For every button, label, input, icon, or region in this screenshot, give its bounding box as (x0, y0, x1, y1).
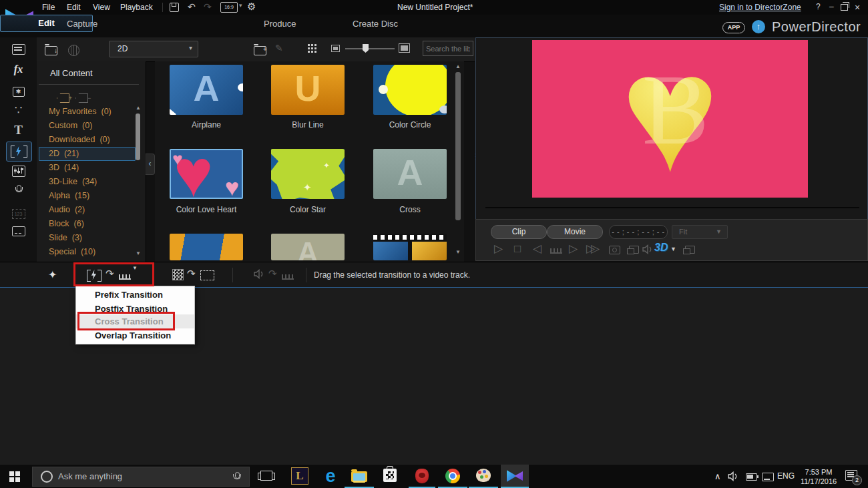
library-filter-dropdown[interactable]: 2D ▾ (109, 41, 198, 57)
magic-wand-icon[interactable]: ✦ (48, 268, 57, 281)
subtitle-room-icon[interactable] (0, 226, 37, 239)
tray-volume-icon[interactable] (728, 471, 740, 481)
collapse-panel-button[interactable]: ‹ (146, 154, 155, 175)
category-custom[interactable]: Custom (0) (49, 121, 92, 130)
small-thumbnail-icon[interactable] (331, 45, 340, 52)
minimize-button[interactable]: – (829, 2, 834, 11)
menu-item-prefix-transition[interactable]: Prefix Transition (76, 288, 194, 302)
snapshot-camera-icon[interactable] (609, 246, 620, 254)
fast-forward-button[interactable]: ▷▷ (586, 242, 596, 256)
transition-thumb-partial[interactable] (170, 234, 243, 260)
menu-view[interactable]: View (93, 3, 110, 12)
display-mode-icon[interactable] (307, 43, 316, 53)
seek-ruler-button[interactable] (550, 246, 562, 254)
scroll-up-icon[interactable]: ▲ (455, 64, 461, 69)
pip-objects-room-icon[interactable]: ✱ (0, 84, 37, 97)
taskbar-redapp-icon[interactable] (415, 469, 429, 483)
category-3d[interactable]: 3D (14) (49, 163, 79, 172)
signin-directorzone-link[interactable]: Sign in to DirectorZone (719, 3, 801, 12)
stop-button[interactable]: □ (514, 242, 521, 256)
cortana-search-box[interactable]: Ask me anything (32, 467, 250, 487)
preview-quality-icon[interactable] (629, 246, 639, 254)
scroll-up-icon[interactable]: ▲ (136, 105, 141, 111)
transition-thumb-partial[interactable] (373, 234, 447, 260)
aspect-ratio-selector[interactable]: 16:9 (220, 2, 238, 13)
zoom-fit-dropdown[interactable]: Fit ▼ (672, 225, 728, 239)
redo-icon[interactable]: ↷ (204, 2, 212, 11)
category-slide[interactable]: Slide (3) (49, 233, 82, 242)
transition-thumb-blur-line[interactable]: U (271, 65, 345, 115)
detach-preview-icon[interactable] (685, 246, 695, 254)
tab-capture[interactable]: Capture (67, 19, 97, 29)
tab-produce[interactable]: Produce (264, 19, 296, 29)
category-audio[interactable]: Audio (2) (49, 205, 85, 214)
taskbar-explorer-icon[interactable] (351, 471, 367, 482)
effect-room-icon[interactable]: fx (0, 63, 37, 75)
tray-language[interactable]: ENG (777, 471, 795, 481)
taskbar-powerdirector-icon[interactable] (501, 465, 529, 487)
save-icon[interactable] (170, 3, 179, 12)
remove-tag-icon[interactable] (75, 93, 88, 103)
play-button[interactable]: ▷ (494, 242, 503, 256)
add-tag-icon[interactable] (57, 93, 69, 103)
3d-dropdown-arrow[interactable]: ▼ (670, 246, 676, 252)
transition-thumb-cross[interactable]: A (373, 149, 447, 199)
thumbnail-size-slider[interactable] (345, 48, 395, 49)
transition-thumb-airplane[interactable]: A (170, 65, 243, 115)
scroll-down-icon[interactable]: ▼ (455, 250, 461, 255)
aspect-dropdown-arrow[interactable]: ▾ (239, 1, 242, 10)
undo-icon[interactable]: ↶ (188, 2, 196, 11)
search-input[interactable] (423, 41, 473, 56)
tray-battery-icon[interactable] (746, 473, 757, 481)
effect-apply-icon[interactable] (172, 269, 184, 280)
task-view-icon[interactable] (260, 471, 272, 481)
app-badge[interactable]: APP (722, 22, 745, 33)
voiceover-room-icon[interactable] (0, 185, 37, 197)
all-content-label[interactable]: All Content (50, 68, 93, 78)
start-button[interactable] (9, 471, 14, 476)
timecode-display[interactable]: - - ; - - ; - - ; - - (609, 225, 668, 239)
category-alpha[interactable]: Alpha (15) (49, 191, 89, 200)
upgrade-icon[interactable]: ↑ (752, 20, 765, 33)
taskbar-league-icon[interactable]: L (291, 467, 308, 485)
tab-create-disc[interactable]: Create Disc (353, 19, 398, 29)
category-2d[interactable]: 2D (21) (49, 149, 79, 158)
content-scrollbar[interactable] (455, 72, 461, 220)
menu-file[interactable]: File (42, 3, 55, 12)
help-button[interactable]: ? (816, 2, 821, 11)
tray-clock[interactable]: 7:53 PM 11/17/2016 (799, 467, 839, 486)
close-button[interactable]: × (855, 2, 860, 13)
download-directorzone-icon[interactable] (68, 45, 79, 56)
title-room-icon[interactable]: T (0, 123, 37, 138)
menu-playback[interactable]: Playback (120, 3, 153, 12)
taskbar-paint-icon[interactable] (476, 469, 491, 482)
audio-apply-icon[interactable] (254, 269, 266, 279)
movie-mode-button[interactable]: Movie (547, 225, 603, 239)
previous-frame-button[interactable]: ◁ (533, 242, 541, 256)
large-thumbnail-icon[interactable] (399, 43, 410, 53)
transition-thumb-color-love-heart-selected[interactable]: ♥ ♥ ♥ (170, 149, 243, 199)
taskbar-store-icon[interactable] (383, 469, 397, 482)
chapter-room-icon[interactable]: 123 (0, 206, 37, 219)
category-scrollbar[interactable] (136, 113, 140, 160)
clip-mode-button[interactable]: Clip (491, 225, 547, 239)
tray-network-icon[interactable] (762, 473, 774, 481)
taskbar-chrome-icon[interactable] (445, 469, 460, 483)
apply-to-clip-icon[interactable] (200, 270, 214, 280)
media-room-icon[interactable] (0, 44, 37, 57)
restore-button[interactable] (841, 4, 848, 11)
category-3d-like[interactable]: 3D-Like (34) (49, 177, 97, 186)
menu-edit[interactable]: Edit (67, 3, 81, 12)
transition-thumb-partial[interactable]: A (271, 234, 345, 260)
tray-expand-chevron[interactable]: ∧ (714, 471, 721, 481)
preview-seekbar[interactable] (485, 207, 859, 208)
settings-gear-icon[interactable]: ⚙ (247, 2, 256, 11)
category-special[interactable]: Special (10) (49, 247, 95, 256)
mute-speaker-icon[interactable] (642, 244, 654, 254)
audio-mixing-room-icon[interactable] (0, 166, 37, 180)
category-my-favorites[interactable]: My Favorites (0) (49, 107, 112, 116)
category-block[interactable]: Block (6) (49, 219, 84, 228)
edit-item-icon[interactable]: ✎ (275, 43, 283, 53)
scroll-down-icon[interactable]: ▼ (136, 251, 141, 256)
transition-thumb-color-circle[interactable] (373, 65, 447, 115)
